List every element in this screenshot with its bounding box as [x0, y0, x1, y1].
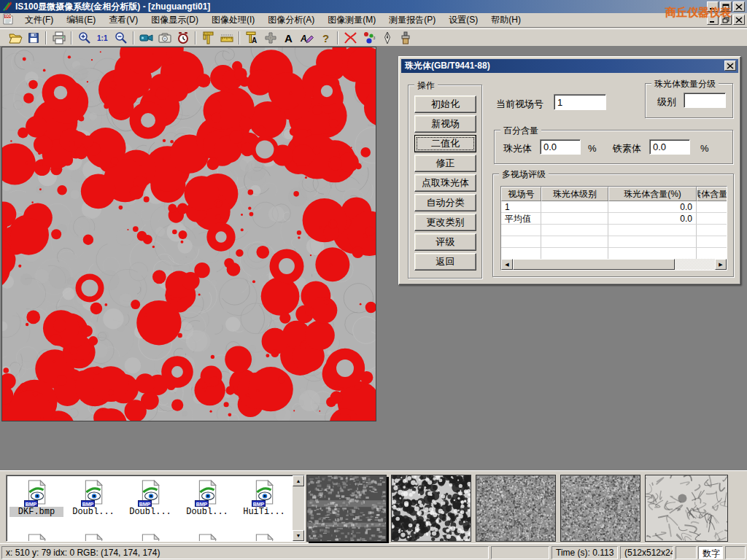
col-field-number[interactable]: 视场号	[501, 187, 541, 201]
document-icon[interactable]: DOC	[2, 13, 14, 27]
binarize-button[interactable]: 二值化	[414, 135, 476, 152]
file-list-scrollbar[interactable]: ▲ ▼	[293, 475, 304, 541]
thumbnail-3[interactable]	[476, 475, 556, 542]
rating-table[interactable]: 视场号 珠光体级别 珠光体含量(%) 铁素体含量(%) 1 0.0 平均值	[500, 186, 727, 271]
correct-button[interactable]: 修正	[414, 155, 476, 172]
scroll-right-arrow-icon[interactable]: ▶	[715, 259, 727, 270]
annotate-tool-button[interactable]: A	[298, 30, 316, 46]
new-field-button[interactable]: 新视场	[414, 115, 476, 133]
menu-view[interactable]: 查看(V)	[102, 12, 144, 28]
save-button[interactable]	[24, 30, 42, 46]
col-pearlite-level[interactable]: 珠光体级别	[541, 187, 608, 201]
col-ferrite-content[interactable]: 铁素体含量(%)	[697, 187, 727, 201]
titlebar[interactable]: IS100显微摄像系统(金相分析版) - [zhuguangti01]	[0, 0, 747, 13]
actual-size-button[interactable]: 1:1	[93, 30, 112, 46]
menu-measure-report[interactable]: 测量报告(P)	[382, 12, 442, 28]
menu-image-display[interactable]: 图像显示(D)	[144, 12, 205, 28]
cell-content: 0.0	[608, 201, 697, 213]
curve-tool-button[interactable]	[341, 30, 360, 46]
file-item[interactable]: BMP	[237, 534, 291, 542]
cell-level	[541, 201, 608, 213]
file-item[interactable]: BMP	[66, 534, 120, 542]
maximize-button[interactable]	[720, 1, 732, 12]
file-item[interactable]: BMP DKF.bmp	[9, 480, 63, 517]
scroll-left-arrow-icon[interactable]: ◀	[501, 259, 513, 270]
file-name[interactable]: Doubl...	[180, 507, 234, 517]
file-item[interactable]: BMP Doubl...	[66, 480, 120, 517]
pick-pearlite-button[interactable]: 点取珠光体	[414, 174, 476, 192]
video-capture-button[interactable]	[137, 30, 155, 46]
ferrite-percent-input[interactable]	[649, 139, 690, 155]
open-button[interactable]	[6, 30, 24, 46]
return-button[interactable]: 返回	[414, 253, 476, 271]
table-row[interactable]: 平均值 0.0	[501, 213, 727, 225]
scroll-down-arrow-icon[interactable]: ▼	[293, 530, 304, 541]
current-field-input[interactable]	[554, 94, 606, 110]
grade-input[interactable]	[684, 93, 726, 108]
camera-capture-button[interactable]	[155, 30, 174, 46]
scroll-up-arrow-icon[interactable]: ▲	[293, 475, 304, 486]
auto-classify-button[interactable]: 自动分类	[414, 194, 476, 211]
thumbnail-2[interactable]	[391, 475, 471, 542]
text-tool-button[interactable]: A	[279, 30, 298, 46]
ruler-icon	[220, 31, 234, 45]
menu-image-process[interactable]: 图像处理(I)	[205, 12, 261, 28]
help-button[interactable]: ?	[316, 30, 334, 46]
print-button[interactable]	[50, 30, 68, 46]
file-item[interactable]: BMP	[123, 534, 177, 542]
colored-balls-icon: 3	[362, 31, 376, 45]
measure-text-button[interactable]: A	[243, 30, 261, 46]
file-item[interactable]: BMP Doubl...	[180, 480, 234, 517]
file-name[interactable]: HuiTi...	[237, 507, 291, 517]
menu-edit[interactable]: 编辑(E)	[60, 12, 102, 28]
menu-help[interactable]: 帮助(H)	[484, 12, 527, 28]
thumbnail-5[interactable]	[645, 475, 728, 542]
table-horizontal-scrollbar[interactable]: ◀ ▶	[501, 259, 727, 270]
toolbar-separator	[195, 31, 196, 44]
pearlite-percent-input[interactable]	[540, 139, 581, 155]
svg-text:1:1: 1:1	[97, 34, 108, 42]
dialog-close-button[interactable]	[724, 61, 736, 71]
classify-tool-button[interactable]: 3	[360, 30, 378, 46]
specimen-image[interactable]	[1, 47, 376, 421]
minimize-button[interactable]	[707, 1, 719, 12]
col-pearlite-content[interactable]: 珠光体含量(%)	[608, 187, 697, 201]
caliper-measure-button[interactable]	[199, 30, 217, 46]
menu-settings[interactable]: 设置(S)	[442, 12, 484, 28]
caliper-icon	[201, 31, 216, 45]
file-item[interactable]: BMP	[9, 534, 63, 542]
mdi-restore-button[interactable]	[720, 15, 732, 25]
zoom-out-button[interactable]	[112, 30, 130, 46]
file-item[interactable]: BMP HuiTi...	[237, 480, 291, 517]
menu-image-measure[interactable]: 图像测量(M)	[321, 12, 382, 28]
file-name[interactable]: DKF.bmp	[9, 507, 63, 517]
rate-button[interactable]: 评级	[414, 233, 476, 251]
file-name[interactable]: Doubl...	[123, 507, 177, 517]
file-name[interactable]: Doubl...	[66, 507, 120, 517]
brush-tool-button[interactable]	[396, 30, 414, 46]
menu-image-analysis[interactable]: 图像分析(A)	[261, 12, 321, 28]
grid-tool-button[interactable]	[261, 30, 279, 46]
ruler-button[interactable]	[217, 30, 236, 46]
mdi-minimize-button[interactable]	[707, 15, 719, 25]
file-item[interactable]: BMP Doubl...	[123, 480, 177, 517]
change-class-button[interactable]: 更改类别	[414, 214, 476, 231]
thumbnail-4[interactable]	[560, 475, 640, 542]
scrollbar-track[interactable]	[675, 259, 715, 270]
dialog-titlebar[interactable]: 珠光体(GB/T9441-88)	[401, 59, 738, 73]
mdi-close-button[interactable]	[733, 15, 745, 25]
thumbnail-1[interactable]	[306, 475, 387, 542]
file-listbox[interactable]: BMP DKF.bmp BMP Doubl... BMP Doubl... BM…	[6, 475, 305, 542]
file-item[interactable]: BMP	[180, 534, 234, 542]
svg-text:3: 3	[373, 36, 375, 40]
ferrite-percent-sign: %	[700, 143, 709, 154]
initialize-button[interactable]: 初始化	[414, 96, 476, 113]
zoom-in-button[interactable]	[75, 30, 93, 46]
pen-tool-button[interactable]	[378, 30, 396, 46]
grade-group: 珠光体数量分级 级别	[645, 83, 733, 118]
close-button[interactable]	[733, 1, 745, 12]
timer-button[interactable]	[174, 30, 192, 46]
scrollbar-thumb[interactable]	[513, 259, 675, 270]
table-row[interactable]: 1 0.0	[501, 201, 727, 213]
menu-file[interactable]: 文件(F)	[18, 12, 60, 28]
